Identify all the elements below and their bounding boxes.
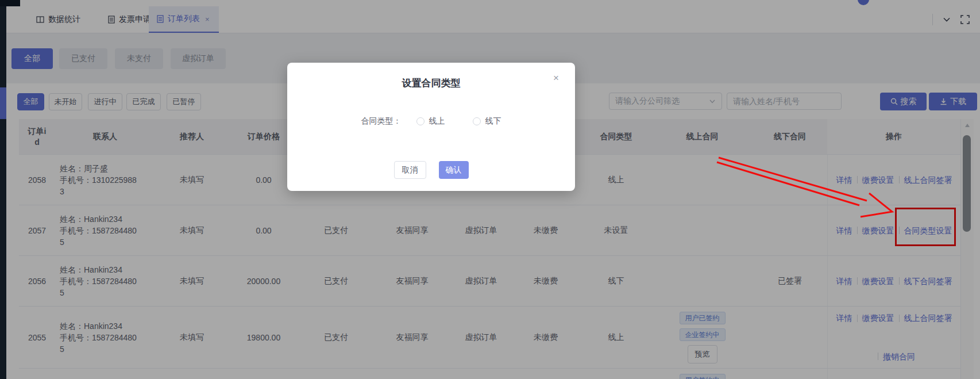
radio-online[interactable]: 线上 xyxy=(416,116,445,127)
confirm-button[interactable]: 确认 xyxy=(439,161,469,179)
radio-offline[interactable]: 线下 xyxy=(473,116,501,127)
close-icon[interactable]: × xyxy=(553,73,559,83)
cancel-button[interactable]: 取消 xyxy=(394,161,426,179)
dialog-title: 设置合同类型 xyxy=(287,76,575,90)
radio-circle-icon[interactable] xyxy=(473,117,481,125)
radio-label: 线上 xyxy=(429,116,445,127)
radio-circle-icon[interactable] xyxy=(416,117,425,125)
set-contract-type-dialog: 设置合同类型 × 合同类型： 线上 线下 取消 确认 xyxy=(287,63,575,191)
order-list-page: 数据统计 发票申请 订单列表 × 全部 已支付 未支付 虚拟订单 全部 未开始 … xyxy=(0,0,980,379)
radio-label: 线下 xyxy=(485,116,501,127)
contract-type-label: 合同类型： xyxy=(361,116,402,127)
